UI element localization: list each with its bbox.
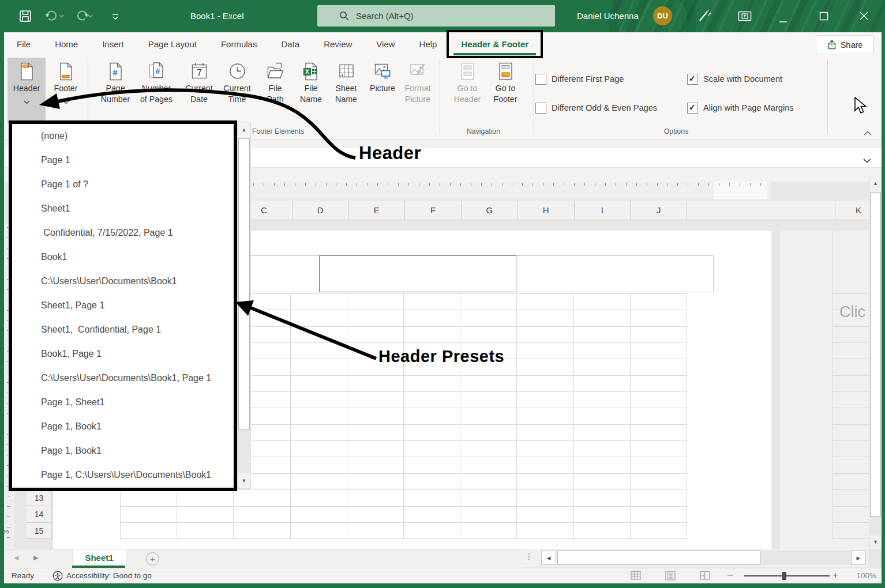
number-of-pages-button[interactable]: # Number of Pages — [138, 58, 174, 123]
header-preset-item[interactable]: Page 1, Book1 — [12, 414, 237, 439]
sheet-tab-sheet1[interactable]: Sheet1 — [72, 549, 126, 566]
normal-view-icon[interactable] — [631, 571, 642, 583]
maximize-button[interactable] — [819, 12, 828, 23]
checkbox[interactable] — [535, 103, 546, 114]
dropdown-scroll-up-icon[interactable]: ▲ — [238, 122, 250, 137]
header-preset-item[interactable]: Page 1, Sheet1 — [12, 390, 237, 414]
status-accessibility[interactable]: Accessibility: Good to go — [66, 568, 152, 583]
option-checkbox-row[interactable]: Align with Page Margins — [687, 103, 794, 114]
header-preset-item[interactable]: C:\Users\User\Documents\Book1, Page 1 — [12, 366, 237, 390]
column-header[interactable]: H — [518, 201, 575, 220]
header-preset-item[interactable]: C:\Users\User\Documents\Book1 — [12, 269, 237, 293]
collapse-ribbon-icon[interactable] — [864, 127, 872, 138]
column-header[interactable]: F — [405, 201, 462, 220]
option-checkbox-row[interactable]: Different Odd & Even Pages — [535, 103, 687, 114]
file-name-button[interactable]: X File Name — [298, 58, 324, 123]
file-path-button[interactable]: File Path — [264, 58, 287, 123]
header-preset-item[interactable]: Page 1, Book1 — [12, 439, 237, 463]
header-preset-item[interactable]: (none) — [12, 124, 237, 148]
vertical-scrollbar-track[interactable] — [870, 517, 881, 534]
expand-formula-bar-icon[interactable] — [863, 155, 871, 165]
redo-icon[interactable] — [73, 10, 93, 25]
current-date-button[interactable]: 7 Current Date — [183, 58, 215, 123]
checkbox[interactable] — [687, 103, 698, 114]
header-preset-item[interactable]: Page 1 — [12, 148, 237, 172]
header-preset-item[interactable]: Book1, Page 1 — [12, 342, 237, 366]
feedback-icon[interactable] — [697, 9, 712, 25]
vertical-scrollbar[interactable]: ▲ ▼ — [869, 176, 882, 549]
header-preset-item[interactable]: Confidential, 7/15/2022, Page 1 — [12, 221, 237, 245]
column-header[interactable]: E — [349, 201, 406, 220]
checkbox[interactable] — [535, 74, 546, 85]
ribbon-tab[interactable]: View — [364, 32, 407, 56]
header-preset-item[interactable]: Book1 — [12, 245, 237, 269]
zoom-level[interactable]: 100% — [850, 568, 876, 583]
go-to-footer-button[interactable]: Go to Footer — [491, 58, 520, 123]
ribbon-tab[interactable]: Data — [269, 32, 312, 56]
vertical-scrollbar-thumb[interactable] — [870, 192, 881, 517]
ribbon-tab[interactable]: File — [5, 32, 43, 56]
ribbon-tab[interactable]: Insert — [90, 32, 136, 56]
save-icon[interactable] — [19, 10, 32, 25]
zoom-slider-track[interactable] — [744, 575, 830, 576]
ribbon-tab[interactable]: Home — [43, 32, 90, 56]
header-preset-item[interactable]: Sheet1 — [12, 197, 237, 221]
ribbon-tab[interactable]: Review — [312, 32, 364, 56]
zoom-in-button[interactable]: + — [832, 570, 838, 581]
dropdown-scrollbar-thumb[interactable] — [238, 138, 250, 430]
row-header[interactable]: 13 — [27, 490, 52, 506]
page-number-button[interactable]: # Page Number — [99, 58, 132, 123]
row-header[interactable]: 15 — [27, 523, 52, 539]
close-button[interactable] — [859, 11, 869, 23]
dropdown-scrollbar[interactable]: ▲ ▼ — [237, 122, 251, 489]
checkbox[interactable] — [687, 74, 698, 85]
zoom-slider-handle[interactable] — [782, 572, 786, 580]
zoom-out-button[interactable]: – — [727, 569, 733, 581]
row-header[interactable]: 14 — [27, 506, 52, 522]
header-section-center[interactable] — [319, 255, 516, 292]
avatar[interactable]: DU — [653, 6, 672, 25]
dropdown-scrollbar-track[interactable] — [238, 430, 250, 473]
ribbon-tab[interactable]: Help — [407, 32, 449, 56]
horizontal-scrollbar[interactable]: ⋮ ◀ ▶ — [522, 549, 868, 567]
ribbon-tab[interactable]: Formulas — [209, 32, 269, 56]
header-button[interactable]: Header — [7, 58, 46, 123]
ribbon-tab[interactable]: Header & Footer — [449, 32, 541, 56]
column-header[interactable]: I — [575, 201, 631, 220]
user-name[interactable]: Daniel Uchenna — [577, 0, 639, 32]
scroll-up-icon[interactable]: ▲ — [869, 176, 882, 191]
new-sheet-button[interactable]: + — [146, 552, 159, 566]
header-preset-item[interactable]: Page 1 of ? — [12, 172, 237, 197]
undo-icon[interactable] — [44, 10, 65, 25]
ribbon-tab[interactable]: Page Layout — [136, 32, 209, 56]
scrollbar-resize-handle[interactable]: ⋮ — [525, 552, 533, 561]
page-layout-view-icon[interactable] — [665, 571, 676, 583]
minimize-button[interactable] — [779, 15, 787, 25]
sheet-name-button[interactable]: Sheet Name — [332, 58, 361, 123]
ribbon-display-options-icon[interactable] — [738, 10, 752, 25]
sheet-nav-left-icon[interactable]: ◀ — [14, 554, 18, 561]
search-box[interactable]: Search (Alt+Q) — [317, 5, 555, 27]
header-preset-item[interactable]: Sheet1, Confidential, Page 1 — [12, 318, 237, 342]
column-header[interactable]: G — [462, 201, 518, 220]
current-time-button[interactable]: Current Time — [221, 58, 253, 123]
header-preset-item[interactable]: Sheet1, Page 1 — [12, 293, 237, 318]
picture-button[interactable]: Picture — [366, 58, 399, 123]
option-checkbox-row[interactable]: Scale with Document — [687, 74, 794, 85]
horizontal-scrollbar-track[interactable] — [760, 551, 851, 565]
sheet-nav-right-icon[interactable]: ▶ — [33, 554, 38, 561]
column-header[interactable]: J — [631, 201, 687, 220]
share-button[interactable]: Share — [816, 35, 874, 54]
header-preset-item[interactable]: Page 1, C:\Users\User\Documents\Book1 — [12, 463, 237, 487]
scroll-right-icon[interactable]: ▶ — [851, 551, 866, 565]
scroll-down-icon[interactable]: ▼ — [869, 534, 882, 549]
go-to-header-button[interactable]: Go to Header — [453, 58, 482, 123]
footer-button[interactable]: Footer — [47, 58, 85, 123]
dropdown-scroll-down-icon[interactable]: ▼ — [238, 473, 250, 488]
horizontal-scrollbar-thumb[interactable] — [557, 551, 760, 565]
scroll-left-icon[interactable]: ◀ — [541, 551, 556, 565]
option-checkbox-row[interactable]: Different First Page — [535, 74, 687, 85]
page-break-view-icon[interactable] — [700, 571, 711, 583]
format-picture-button[interactable]: Format Picture — [402, 58, 433, 123]
customize-quick-access-icon[interactable] — [111, 13, 119, 23]
